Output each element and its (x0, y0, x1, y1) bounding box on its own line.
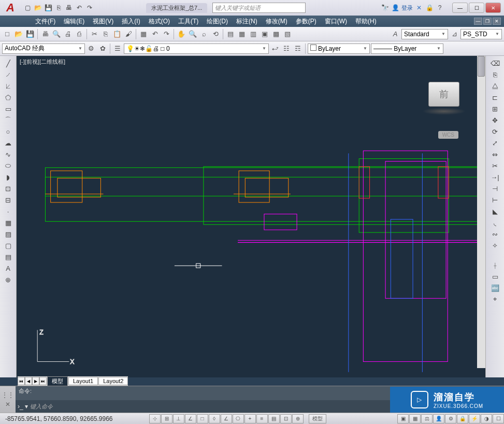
login-link[interactable]: 登录 (401, 4, 413, 12)
chamfer-icon[interactable]: ◣ (489, 206, 501, 216)
markup-icon[interactable]: ▩ (271, 29, 281, 39)
publish-icon[interactable]: 🖨 (63, 29, 73, 39)
properties-icon[interactable]: ▤ (225, 29, 236, 39)
toolbar-lock-icon[interactable]: 🔒 (457, 414, 468, 423)
mtext-icon[interactable]: A (2, 263, 15, 273)
region-icon[interactable]: ▢ (2, 240, 15, 251)
hardware-accel-icon[interactable]: ⚡ (469, 414, 480, 423)
extend-icon[interactable]: →| (489, 172, 501, 182)
scale-icon[interactable]: ⤢ (489, 138, 501, 148)
addselected-icon[interactable]: ⊕ (2, 274, 15, 285)
close-cmd-icon[interactable]: ✕ (5, 401, 10, 408)
print-icon[interactable]: 🖶 (64, 3, 74, 12)
pan-icon[interactable]: ✋ (176, 29, 186, 39)
view-cube-compass[interactable] (422, 108, 466, 115)
ellipse-icon[interactable]: ⬭ (2, 160, 15, 171)
ortho-icon[interactable]: ⊥ (173, 414, 184, 423)
dist-icon[interactable]: ⟊ (489, 260, 501, 270)
mirror-icon[interactable]: ⧋ (489, 81, 501, 91)
paste-icon[interactable]: 📋 (112, 29, 122, 39)
plot-preview-icon[interactable]: 🔍 (51, 29, 62, 39)
zoom-win-icon[interactable]: ⌕ (199, 29, 209, 39)
clean-screen-icon[interactable]: ☐ (493, 414, 504, 423)
tab-prev-icon[interactable]: ◀ (25, 377, 32, 385)
exchange-icon[interactable]: ✕ (415, 4, 423, 12)
circle-icon[interactable]: ○ (2, 126, 15, 137)
search-icon[interactable]: 🔭 (381, 4, 389, 12)
app-logo[interactable]: A (0, 0, 21, 16)
maximize-button[interactable]: ☐ (469, 3, 484, 13)
copy-obj-icon[interactable]: ⎘ (489, 69, 501, 80)
grid-icon[interactable]: ⊞ (161, 414, 172, 423)
gradient-icon[interactable]: ▨ (2, 229, 15, 239)
point-icon[interactable]: · (2, 206, 15, 216)
array-icon[interactable]: ⊞ (489, 104, 501, 114)
layer-state-icon[interactable]: ☷ (281, 43, 292, 54)
layer-iso-icon[interactable]: ☶ (293, 43, 303, 54)
blend-icon[interactable]: ∾ (489, 229, 501, 239)
move-icon[interactable]: ✥ (489, 115, 501, 125)
offset-icon[interactable]: ⊏ (489, 92, 501, 103)
ws-switch-icon[interactable]: ⚙ (445, 414, 456, 423)
linetype-combo[interactable]: ——— ByLayer▼ (371, 43, 443, 54)
isolate-icon[interactable]: ◑ (481, 414, 492, 423)
scrollbar-vertical[interactable] (477, 56, 485, 368)
mdi-minimize[interactable]: — (474, 18, 482, 25)
saveas-icon[interactable]: ⎘ (54, 3, 63, 12)
menu-insert[interactable]: 插入(I) (118, 17, 144, 26)
redo-btn-icon[interactable]: ↷ (161, 29, 171, 39)
revcloud-icon[interactable]: ☁ (2, 138, 15, 148)
workspace-combo[interactable]: AutoCAD 经典▼ (2, 43, 85, 54)
save-file-icon[interactable]: 💾 (25, 29, 35, 39)
copy-icon[interactable]: ⎘ (100, 29, 111, 39)
minimize-button[interactable]: — (452, 3, 468, 13)
quickview-layouts-icon[interactable]: ▣ (397, 414, 409, 423)
annovis-icon[interactable]: 👤 (433, 414, 444, 423)
layer-manager-icon[interactable]: ☰ (112, 43, 123, 54)
menu-modify[interactable]: 修改(M) (262, 17, 292, 26)
tab-layout2[interactable]: Layout2 (98, 377, 128, 385)
table-icon[interactable]: ▤ (2, 252, 15, 262)
spline-icon[interactable]: ∿ (2, 149, 15, 159)
tpy-icon[interactable]: ▤ (268, 414, 280, 423)
insert-block-icon[interactable]: ⊡ (2, 183, 15, 194)
line-icon[interactable]: ╱ (2, 58, 15, 68)
workspace-gear-icon[interactable]: ✿ (97, 43, 108, 54)
stretch-icon[interactable]: ⇔ (489, 149, 501, 159)
ellipse-arc-icon[interactable]: ◗ (2, 172, 15, 182)
workspace-settings-icon[interactable]: ⚙ (86, 43, 96, 54)
help-icon[interactable]: ? (436, 4, 444, 12)
rotate-icon[interactable]: ⟳ (489, 126, 501, 137)
trim-icon[interactable]: ✂ (489, 160, 501, 171)
qselect-icon[interactable]: ⌖ (489, 294, 501, 304)
tab-last-icon[interactable]: ⏭ (39, 377, 47, 385)
model-space-button[interactable]: 模型 (309, 414, 326, 423)
viewport-label[interactable]: [-][前视][二维线框] (20, 58, 65, 66)
lwt-icon[interactable]: ≡ (256, 414, 268, 423)
menu-dimension[interactable]: 标注(N) (232, 17, 262, 26)
drawing-canvas[interactable]: [-][前视][二维线框] (17, 56, 485, 377)
text-find-icon[interactable]: 🔤 (489, 283, 501, 293)
undo-icon[interactable]: ↶ (75, 3, 84, 12)
plot-icon[interactable]: 🖶 (40, 29, 50, 39)
menu-tools[interactable]: 工具(T) (174, 17, 203, 26)
ducs-icon[interactable]: ⎔ (233, 414, 244, 423)
zoom-prev-icon[interactable]: ⟲ (210, 29, 221, 39)
tool-palette-icon[interactable]: ▥ (248, 29, 258, 39)
zoom-rt-icon[interactable]: 🔍 (188, 29, 198, 39)
new-file-icon[interactable]: □ (2, 29, 12, 39)
block-icon[interactable]: ▦ (138, 29, 149, 39)
new-icon[interactable]: ▢ (23, 3, 32, 12)
sheetset-icon[interactable]: ▣ (260, 29, 270, 39)
mdi-close[interactable]: ✕ (493, 18, 501, 25)
polygon-icon[interactable]: ⬠ (2, 92, 15, 103)
tab-layout1[interactable]: Layout1 (68, 377, 98, 385)
text-style-combo[interactable]: Standard▼ (401, 29, 448, 39)
coordinates-display[interactable]: -85765.9541, 57660.8590, 92665.9966 (0, 415, 118, 422)
osnap-icon[interactable]: □ (197, 414, 208, 423)
lock-icon[interactable]: 🔒 (425, 4, 434, 12)
quickview-drawings-icon[interactable]: ▦ (409, 414, 421, 423)
menu-file[interactable]: 文件(F) (31, 17, 60, 26)
menu-parametric[interactable]: 参数(P) (292, 17, 321, 26)
3dosnap-icon[interactable]: ◊ (209, 414, 220, 423)
